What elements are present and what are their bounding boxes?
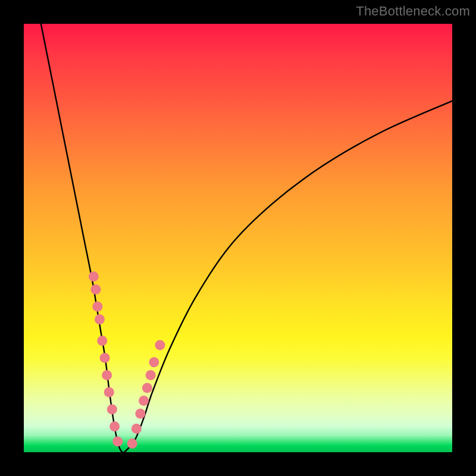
marker-dot bbox=[135, 409, 145, 419]
marker-dot bbox=[142, 383, 152, 393]
marker-dot bbox=[127, 439, 137, 449]
marker-dot bbox=[90, 284, 101, 295]
chart-frame: TheBottleneck.com bbox=[0, 0, 476, 476]
marker-dot bbox=[107, 405, 117, 415]
marker-dot bbox=[131, 424, 142, 434]
marker-dot bbox=[139, 396, 149, 406]
marker-dot bbox=[149, 357, 159, 367]
curve-group bbox=[41, 24, 452, 452]
marker-dot bbox=[95, 314, 105, 324]
chart-svg bbox=[24, 24, 452, 452]
marker-dot bbox=[100, 353, 110, 363]
marker-dot bbox=[97, 336, 107, 346]
marker-dot bbox=[155, 340, 165, 350]
marker-dot bbox=[89, 271, 99, 281]
marker-dot bbox=[102, 370, 112, 380]
marker-dot bbox=[109, 421, 120, 431]
plot-area bbox=[24, 24, 452, 452]
marker-dot bbox=[92, 302, 102, 312]
marker-dot bbox=[112, 437, 123, 447]
bottleneck-curve bbox=[41, 24, 452, 452]
marker-dots bbox=[89, 271, 165, 449]
watermark-text: TheBottleneck.com bbox=[356, 4, 470, 19]
marker-dot bbox=[104, 387, 114, 397]
marker-dot bbox=[146, 370, 156, 380]
